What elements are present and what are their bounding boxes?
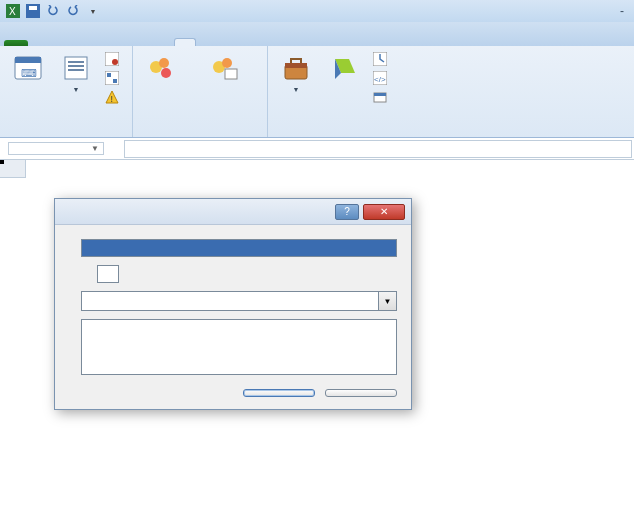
title-bar: X ▼ - <box>0 0 634 22</box>
com-addins-icon <box>208 52 240 84</box>
toolbox-icon <box>280 52 312 84</box>
svg-text:</>: </> <box>374 75 386 84</box>
svg-rect-25 <box>285 63 307 68</box>
macros-button[interactable]: ▼ <box>54 48 98 94</box>
tab-view[interactable] <box>154 39 174 46</box>
warning-icon: ! <box>104 89 120 105</box>
visual-basic-icon: ⌨ <box>12 52 44 84</box>
combo-dropdown-icon[interactable]: ▼ <box>378 292 396 310</box>
ribbon-tabs <box>0 22 634 46</box>
svg-rect-9 <box>68 65 84 67</box>
svg-rect-8 <box>68 61 84 63</box>
tab-review[interactable] <box>134 39 154 46</box>
window-title: - <box>102 4 630 18</box>
relative-icon <box>104 70 120 86</box>
svg-rect-5 <box>15 57 41 63</box>
macro-security-button[interactable]: ! <box>102 88 126 106</box>
formula-bar: ▼ <box>0 138 634 160</box>
group-addins <box>133 46 268 137</box>
qat-customize-icon[interactable]: ▼ <box>84 2 102 20</box>
macros-icon <box>60 52 92 84</box>
run-dialog-icon <box>372 89 388 105</box>
select-all-corner[interactable] <box>0 160 26 178</box>
redo-icon[interactable] <box>64 2 82 20</box>
dialog-close-button[interactable]: ✕ <box>363 204 405 220</box>
excel-icon[interactable]: X <box>4 2 22 20</box>
undo-icon[interactable] <box>44 2 62 20</box>
tab-formulas[interactable] <box>94 39 114 46</box>
svg-rect-14 <box>107 73 111 77</box>
ok-button[interactable] <box>243 389 315 397</box>
group-label-addins <box>139 134 261 137</box>
tab-insert[interactable] <box>54 39 74 46</box>
macro-name-input[interactable] <box>81 239 397 257</box>
svg-text:X: X <box>9 6 16 17</box>
namebox-dropdown-icon[interactable]: ▼ <box>91 144 99 153</box>
properties-button[interactable] <box>370 50 394 68</box>
svg-rect-15 <box>113 79 117 83</box>
svg-point-20 <box>161 68 171 78</box>
shortcut-key-input[interactable] <box>97 265 119 283</box>
tab-home[interactable] <box>34 39 54 46</box>
code-icon: </> <box>372 70 388 86</box>
tab-pagelayout[interactable] <box>74 39 94 46</box>
visual-basic-button[interactable]: ⌨ <box>6 48 50 86</box>
run-dialog-button[interactable] <box>370 88 394 106</box>
svg-rect-3 <box>29 6 37 10</box>
group-label-code <box>6 134 126 137</box>
tab-developer[interactable] <box>174 38 196 46</box>
design-icon <box>328 52 360 84</box>
svg-rect-23 <box>225 69 237 79</box>
store-in-combo[interactable]: ▼ <box>81 291 397 311</box>
com-addins-button[interactable] <box>187 48 261 86</box>
svg-point-19 <box>159 58 169 68</box>
dialog-help-button[interactable]: ? <box>335 204 359 220</box>
properties-icon <box>372 51 388 67</box>
svg-rect-10 <box>68 69 84 71</box>
dialog-titlebar[interactable]: ? ✕ <box>55 199 411 225</box>
view-code-button[interactable]: </> <box>370 69 394 87</box>
design-mode-button[interactable] <box>322 48 366 86</box>
record-macro-dialog: ? ✕ ▼ <box>54 198 412 410</box>
group-controls: ▼ </> <box>268 46 400 137</box>
svg-rect-7 <box>65 57 87 79</box>
formula-input[interactable] <box>124 140 632 158</box>
group-label-controls <box>274 134 394 137</box>
addins-button[interactable] <box>139 48 183 86</box>
addins-icon <box>145 52 177 84</box>
quick-access-toolbar: X ▼ <box>4 2 102 20</box>
save-icon[interactable] <box>24 2 42 20</box>
record-icon <box>104 51 120 67</box>
cancel-button[interactable] <box>325 389 397 397</box>
insert-control-button[interactable]: ▼ <box>274 48 318 94</box>
record-macro-button[interactable] <box>102 50 126 68</box>
svg-text:⌨: ⌨ <box>21 67 37 79</box>
svg-text:!: ! <box>111 94 114 104</box>
relative-refs-button[interactable] <box>102 69 126 87</box>
svg-point-12 <box>112 59 118 65</box>
tab-data[interactable] <box>114 39 134 46</box>
ribbon: ⌨ ▼ ! <box>0 46 634 138</box>
svg-point-22 <box>222 58 232 68</box>
name-box[interactable]: ▼ <box>8 142 104 155</box>
description-input[interactable] <box>81 319 397 375</box>
group-code: ⌨ ▼ ! <box>0 46 133 137</box>
svg-rect-32 <box>374 93 386 96</box>
